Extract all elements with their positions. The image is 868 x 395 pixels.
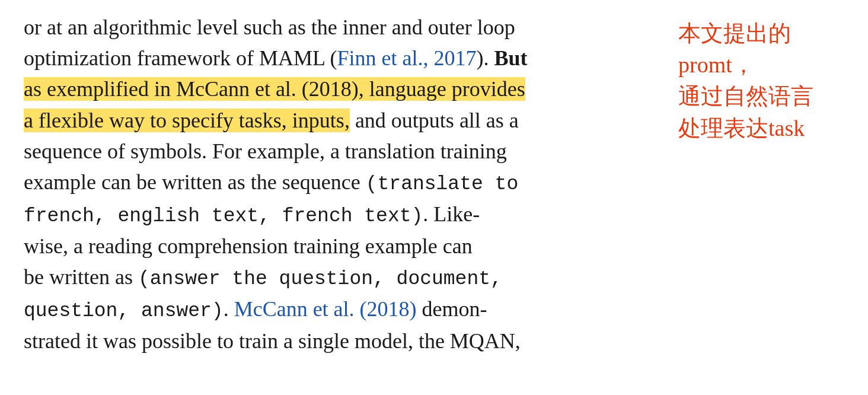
mono-code-1: (translate to	[366, 173, 518, 195]
line-11: strated it was possible to train a singl…	[24, 329, 521, 353]
line-10-end: demon-	[417, 297, 487, 321]
line-6-prefix: example can be written as the sequence	[24, 170, 366, 194]
main-text-body: or at an algorithmic level such as the i…	[24, 12, 678, 356]
highlight-line-4: a flexible way to specify tasks, inputs,	[24, 109, 350, 132]
finn-link[interactable]: Finn et al., 2017	[337, 46, 477, 70]
mccann-link[interactable]: McCann et al. (2018)	[234, 297, 417, 321]
line-2-suffix: ).	[477, 46, 494, 70]
mono-code-4: question, answer)	[24, 300, 224, 322]
line-5: sequence of symbols. For example, a tran…	[24, 139, 507, 163]
paragraph: or at an algorithmic level such as the i…	[24, 12, 666, 356]
line-8: wise, a reading comprehension training e…	[24, 234, 473, 258]
mono-code-2: french, english text, french text)	[24, 205, 423, 227]
annotation-panel: 本文提出的 promt， 通过自然语言 处理表达task	[678, 12, 844, 144]
page-container: or at an algorithmic level such as the i…	[24, 12, 844, 356]
line-9-prefix: be written as	[24, 265, 138, 289]
line-2-prefix: optimization framework of MAML (	[24, 46, 337, 70]
line-4-end: and outputs all as a	[350, 109, 519, 132]
line-7-end: . Like-	[423, 202, 480, 226]
mono-code-3: (answer the question, document,	[138, 268, 502, 290]
highlight-line-3: as exemplified in McCann et al. (2018), …	[24, 77, 525, 101]
but-bold: But	[494, 46, 528, 70]
line-1: or at an algorithmic level such as the i…	[24, 15, 515, 39]
line-10-dot: .	[224, 297, 234, 321]
chinese-annotation: 本文提出的 promt， 通过自然语言 处理表达task	[678, 18, 813, 144]
